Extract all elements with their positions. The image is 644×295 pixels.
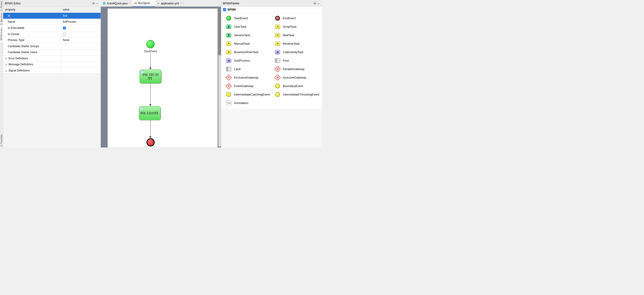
- property-value[interactable]: fistProcess: [61, 19, 100, 25]
- bpmn-editor-tab[interactable]: BPMN Editor: [0, 26, 3, 42]
- structure-tab[interactable]: 2: Structure: [0, 12, 3, 26]
- definition-value: [61, 67, 100, 73]
- palette-item-servicetask[interactable]: 👤ServiceTask: [224, 32, 270, 38]
- close-icon[interactable]: ×: [180, 2, 182, 5]
- checkbox[interactable]: [63, 26, 66, 29]
- property-row[interactable]: Is Closed: [3, 31, 100, 37]
- file-tab-first[interactable]: first.bpmn×: [132, 0, 155, 7]
- scroll-thumb[interactable]: [218, 7, 221, 55]
- property-name: Is Executable: [3, 25, 61, 31]
- palette-item-boundaryevent[interactable]: BoundaryEvent: [273, 83, 319, 89]
- property-row[interactable]: Candidate Starter Groups: [3, 43, 100, 49]
- definition-row[interactable]: ⊟Error Definitions: [3, 55, 100, 61]
- event-icon: [274, 92, 280, 98]
- palette-item-intermediatethrowingevent[interactable]: IntermediateThrowingEvent: [273, 92, 319, 98]
- file-tab-appyml[interactable]: ⚙application.yml×: [155, 0, 184, 7]
- palette-item-eventgateway[interactable]: ✕EventGateway: [224, 83, 270, 89]
- property-value[interactable]: [61, 49, 100, 55]
- end-event-node[interactable]: [146, 138, 155, 147]
- property-row[interactable]: NamefistProcess: [3, 19, 100, 25]
- collapse-icon[interactable]: ⊟: [5, 69, 8, 72]
- center-panel: CActivitiQuick.java×first.bpmn×⚙applicat…: [101, 0, 221, 147]
- property-row[interactable]: Process TypeNone: [3, 37, 100, 43]
- palette-item-scripttask[interactable]: ✎ScriptTask: [273, 24, 319, 30]
- favorites-tab[interactable]: 2: Favorites: [0, 133, 3, 147]
- property-value[interactable]: None: [61, 37, 100, 43]
- definition-row[interactable]: ⊟Signal Definitions: [3, 67, 100, 73]
- close-icon[interactable]: ×: [151, 2, 153, 4]
- palette-item-inclusivegateway[interactable]: ✕InclusiveGateway: [273, 75, 319, 81]
- checkbox-icon[interactable]: [223, 8, 226, 11]
- panel-title: BPMN Editor: [5, 1, 92, 5]
- property-value[interactable]: first: [61, 12, 100, 19]
- definition-name: ⊟Error Definitions: [3, 55, 61, 61]
- palette-item-startevent[interactable]: StartEvent: [224, 15, 270, 21]
- minimize-icon[interactable]: —: [95, 1, 99, 5]
- user-task-2[interactable]: 审批【总经理】: [139, 106, 161, 120]
- property-name: Is Closed: [3, 31, 61, 37]
- arrow-head-icon: [150, 136, 152, 138]
- palette-item-label: ReceiveTask: [283, 42, 300, 45]
- annotation-icon: Text: [226, 100, 232, 106]
- vertical-scrollbar[interactable]: [218, 7, 221, 147]
- palette-item-label: ScriptTask: [283, 25, 296, 29]
- event-icon: [226, 92, 232, 98]
- start-event-node[interactable]: [146, 40, 155, 48]
- definition-row[interactable]: ⊟Message Definitions: [3, 61, 100, 67]
- minimize-icon[interactable]: —: [317, 1, 320, 5]
- definition-value: [61, 61, 100, 67]
- property-name: Id: [3, 12, 61, 19]
- palette-item-exclusivegateway[interactable]: ✕ExclusiveGateway: [224, 75, 270, 81]
- property-name: Name: [3, 19, 61, 25]
- palette-item-mailtask[interactable]: ✎MailTask: [273, 32, 319, 38]
- palette-item-annotation[interactable]: TextAnnotation: [224, 100, 270, 106]
- pool-icon: [274, 58, 280, 64]
- tab-label: first.bpmn: [138, 1, 150, 4]
- close-icon[interactable]: ×: [128, 2, 130, 5]
- seq-flow-1[interactable]: [150, 54, 150, 68]
- palette-item-label: Annotation: [234, 101, 248, 105]
- palette-item-intermediatecatchingevent[interactable]: IntermediateCatchingEvent: [224, 92, 270, 98]
- palette-item-parallelgateway[interactable]: ✕ParallelGateway: [273, 66, 319, 72]
- palette-item-endevent[interactable]: EndEvent: [273, 15, 319, 21]
- palette-item-pool[interactable]: Pool: [273, 58, 319, 64]
- property-row[interactable]: Is Executable: [3, 25, 100, 31]
- property-value[interactable]: [61, 43, 100, 49]
- canvas-wrapper: StartEvent 审批【部门经理】 审批【总经理】 EndEvent: [101, 7, 221, 147]
- property-name: Candidate Starter Groups: [3, 43, 61, 49]
- user-task-1[interactable]: 审批【部门经理】: [140, 70, 161, 84]
- palette-item-subprocess[interactable]: ⊞SubProcess: [224, 58, 270, 64]
- checkbox[interactable]: [63, 33, 66, 36]
- palette-item-label: InclusiveGateway: [283, 76, 306, 79]
- palette-item-manualtask[interactable]: ✎ManualTask: [224, 41, 270, 47]
- tab-label: ActivitiQuick.java: [107, 1, 128, 5]
- collapse-icon[interactable]: ⊟: [5, 57, 8, 60]
- seq-flow-2[interactable]: [150, 84, 150, 105]
- palette-item-businessruletask[interactable]: ✎BusinessRuleTask: [224, 49, 270, 55]
- property-row[interactable]: Idfirst: [3, 12, 100, 19]
- palette-item-label: BusinessRuleTask: [234, 50, 258, 54]
- palette-item-label: IntermediateThrowingEvent: [283, 93, 319, 96]
- palette-item-lane[interactable]: Lane: [224, 66, 270, 72]
- palette-root[interactable]: BPMN: [221, 7, 322, 13]
- palette-grid: StartEventEndEvent👤UserTask✎ScriptTask👤S…: [221, 13, 322, 109]
- palette-item-label: ExclusiveGateway: [234, 76, 258, 79]
- yml-file-icon: ⚙: [157, 2, 160, 4]
- property-row[interactable]: Candidate Starter Users: [3, 49, 100, 55]
- property-value[interactable]: [61, 25, 100, 31]
- palette-item-receivetask[interactable]: ✎ReceiveTask: [273, 41, 319, 47]
- palette-item-usertask[interactable]: 👤UserTask: [224, 24, 270, 30]
- collapse-icon[interactable]: ⊟: [5, 63, 8, 66]
- gateway-icon: ✕: [274, 75, 280, 81]
- palette-item-callactivitytask[interactable]: ⊞CallActivityTask: [273, 49, 319, 55]
- event-icon: [274, 83, 280, 89]
- seq-flow-3[interactable]: [150, 120, 150, 137]
- palette-item-label: IntermediateCatchingEvent: [234, 93, 270, 96]
- project-tab[interactable]: 1: Project: [0, 0, 3, 12]
- property-value[interactable]: [61, 31, 100, 37]
- file-tab-activiti[interactable]: CActivitiQuick.java×: [101, 0, 132, 7]
- gear-icon[interactable]: ⚙: [92, 1, 95, 5]
- bpmn-canvas[interactable]: StartEvent 审批【部门经理】 审批【总经理】 EndEvent: [108, 8, 218, 147]
- definition-name: ⊟Signal Definitions: [3, 67, 61, 73]
- gear-icon[interactable]: ⚙: [313, 1, 317, 5]
